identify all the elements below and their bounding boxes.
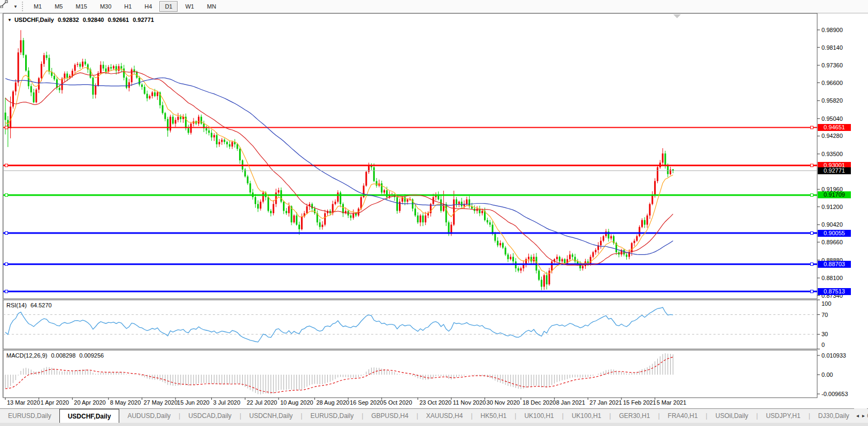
macd-label: MACD(12,26,9)0.0082980.009256 [6,352,104,359]
ohlc-high: 0.92840 [83,17,104,23]
hline-handle[interactable] [5,193,8,196]
date-label: 30 Nov 2020 [487,399,520,406]
date-label: 18 Dec 2020 [523,399,556,406]
candlestick-series [5,30,674,290]
macd-main-value: 0.008298 [51,352,75,359]
price-badge-0.94651: 0.94651 [818,124,851,131]
price-tick: 0.97360 [821,62,843,69]
rsi-line [5,307,673,342]
chart-canvas[interactable] [0,0,868,426]
price-tick: 0.96600 [821,80,843,87]
hline-objects [3,126,817,293]
price-tick: 0.93500 [821,151,843,158]
date-label: 16 Sep 2020 [350,399,383,406]
hline-handle[interactable] [811,232,813,235]
chart-title: ▼USDCHF,Daily0.928320.928400.926610.9277… [7,17,154,23]
chart-symbol-label: USDCHF,Daily [14,17,54,23]
indicator-list-arrow-icon[interactable]: ▼ [7,18,12,22]
date-label: 5 Oct 2020 [383,399,412,406]
hline-handle[interactable] [5,290,8,293]
macd-signal-value: 0.009256 [79,352,104,359]
hline-handle[interactable] [811,126,813,129]
date-label: 11 Nov 2020 [453,399,486,406]
price-badge-0.91709: 0.91709 [818,191,851,198]
date-label: 1 Apr 2020 [41,399,69,406]
price-tick: 0.94280 [821,133,843,140]
hline-handle[interactable] [811,164,813,167]
rsi-label: RSI(14)64.5270 [6,302,52,308]
pane-border [3,13,817,299]
mid-ma [5,72,673,265]
rsi-axis-label: 0 [821,342,825,348]
macd-axis-label: 0.00 [821,371,833,378]
trading-terminal-window: ▼ M1M5M15M30H1H4D1W1MN ▼USDCHF,Daily0.92… [0,0,868,426]
macd-axis-label: -0.009653 [821,391,848,398]
hline-handle[interactable] [5,263,8,266]
chart-shift-marker-icon[interactable] [673,14,681,18]
hline-handle[interactable] [811,290,813,293]
date-label: 27 May 2020 [143,399,178,406]
pane-border [3,300,817,349]
date-label: 10 Aug 2020 [280,399,313,406]
date-label: 5 Mar 2021 [657,399,687,406]
rsi-axis-label: 70 [821,312,828,319]
price-tick: 0.95820 [821,97,843,104]
price-tick: 0.88100 [821,275,843,282]
hline-handle[interactable] [5,164,8,167]
ohlc-close: 0.92771 [133,17,154,23]
date-label: 20 Apr 2020 [74,399,105,406]
date-label: 15 Feb 2021 [623,399,656,406]
price-tick: 0.89660 [821,239,843,246]
hline-handle[interactable] [5,126,8,129]
date-label: 13 Mar 2020 [7,399,40,406]
rsi-value: 64.5270 [30,302,52,308]
price-badge-0.88703: 0.88703 [818,261,851,268]
ohlc-low: 0.92661 [107,17,129,23]
slow-ma [5,78,673,255]
price-tick: 0.98900 [821,27,843,34]
ohlc-open: 0.92832 [58,17,79,23]
price-tick: 0.95040 [821,115,843,122]
fast-ma [5,67,673,274]
hline-handle[interactable] [811,193,813,196]
date-label: 8 May 2020 [110,399,141,406]
hline-handle[interactable] [5,232,8,235]
date-label: 8 Jan 2021 [556,399,585,406]
date-label: 22 Jul 2020 [247,399,277,406]
rsi-axis-label: 30 [821,331,828,338]
date-label: 27 Jan 2021 [589,399,622,406]
date-label: 3 Jul 2020 [213,399,241,406]
price-badge-0.87513: 0.87513 [818,288,851,295]
price-tick: 0.91200 [821,204,843,211]
price-tick: 0.90420 [821,221,843,228]
price-badge-0.90055: 0.90055 [818,230,851,237]
macd-signal-line [5,357,673,393]
date-label: 28 Aug 2020 [316,399,349,406]
date-label: 23 Oct 2020 [419,399,451,406]
price-tick: 0.98140 [821,44,843,51]
hline-handle[interactable] [811,263,813,266]
macd-axis-label: 0.010933 [821,352,846,359]
current-price-badge: 0.92771 [818,167,851,174]
macd-histogram [5,353,673,394]
date-label: 15 Jun 2020 [177,399,210,406]
rsi-axis-label: 100 [821,300,831,307]
